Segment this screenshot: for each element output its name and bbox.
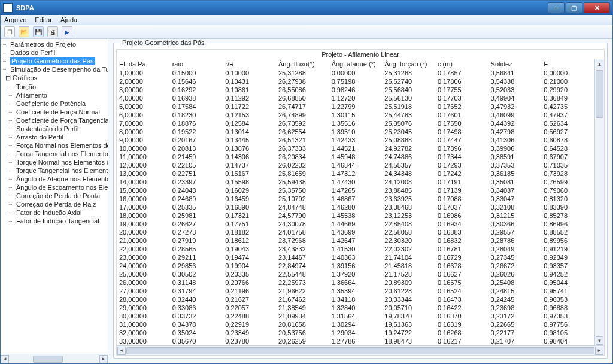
- tree-item[interactable]: Sustentação do Perfil: [1, 125, 108, 133]
- scroll-up-icon[interactable]: ▲: [596, 60, 603, 68]
- tree-item[interactable]: Afilamento: [1, 91, 108, 99]
- tree-item[interactable]: Força Normal nos Elementos de Pá: [1, 141, 108, 150]
- tree-item[interactable]: Correção de Perda de Raiz: [1, 200, 108, 208]
- table-cell: 0,15000: [170, 69, 223, 77]
- tree-item[interactable]: Dados do Perfil: [1, 48, 108, 57]
- table-cell: 0,31148: [170, 278, 223, 287]
- scroll-down-icon[interactable]: ▼: [596, 336, 603, 345]
- hscroll-thumb[interactable]: [126, 347, 594, 354]
- table-row: 11,000000,214590,1430626,208341,4594824,…: [117, 153, 594, 161]
- table-cell: 0,33047: [488, 195, 542, 203]
- scroll-left-icon[interactable]: ◄: [1, 355, 9, 363]
- tree-item[interactable]: Projeto Geométrico das Pás: [1, 57, 108, 65]
- vscroll-thumb[interactable]: [596, 70, 603, 118]
- table-cell: 20,05710: [382, 304, 435, 312]
- table-cell: 0,76599: [541, 178, 594, 186]
- table-cell: 0,98246: [329, 86, 383, 94]
- table-cell: 0,96353: [541, 295, 594, 304]
- tree-item[interactable]: Simulação de Desempenho da Turbina: [1, 65, 108, 74]
- table-cell: 20,33344: [382, 295, 435, 304]
- tree-item-label: Torque Normal nos Elementos de P: [16, 159, 108, 166]
- table-cell: 0,13445: [223, 136, 276, 144]
- groupbox-inner: Projeto - Afilamento Linear El. da Parai…: [116, 49, 605, 356]
- new-icon[interactable]: ☐: [4, 26, 15, 37]
- tree-item[interactable]: Coeficiente de Força Tangencial: [1, 116, 108, 125]
- table-cell: 0,10431: [223, 77, 276, 86]
- collapse-icon[interactable]: ⊟: [5, 74, 13, 81]
- window-title: SDPA: [16, 4, 547, 11]
- tree-item[interactable]: Coeficiente de Potência: [1, 99, 108, 108]
- tree-item-label: Fator de Indução Axial: [16, 209, 81, 216]
- tree-item[interactable]: Parâmetros do Projeto: [1, 40, 108, 48]
- table-cell: 26,27938: [276, 77, 329, 86]
- table-cell: 19,78370: [382, 312, 435, 320]
- table-cell: 0,18612: [223, 236, 276, 245]
- table-cell: 24,12008: [382, 178, 435, 186]
- table-cell: 24,92782: [382, 144, 435, 153]
- table-cell: 0,85278: [541, 211, 594, 220]
- table-cell: 0,94252: [541, 270, 594, 278]
- table-row: 17,000000,253350,1689024,847481,4628023,…: [117, 203, 594, 211]
- close-button[interactable]: ✕: [584, 2, 610, 13]
- table-row: 24,000000,298560,1990422,849741,3915621,…: [117, 262, 594, 270]
- table-cell: 19,00000: [117, 220, 170, 228]
- table-cell: 24,00000: [117, 262, 170, 270]
- table-cell: 0,88552: [541, 228, 594, 236]
- tree-item[interactable]: Arrasto do Perfil: [1, 133, 108, 141]
- tree-item[interactable]: Torção: [1, 83, 108, 91]
- print-icon[interactable]: 🖨: [47, 26, 58, 37]
- tree-item[interactable]: Fator de Indução Tangencial: [1, 217, 108, 225]
- scroll-right-icon[interactable]: ►: [99, 355, 108, 363]
- table-cell: 0,17584: [170, 102, 223, 111]
- menu-editar[interactable]: Editar: [35, 16, 52, 23]
- tree-item[interactable]: Torque Normal nos Elementos de P: [1, 158, 108, 166]
- menu-arquivo[interactable]: Arquivo: [4, 16, 26, 23]
- tree-item[interactable]: Coeficiente de Força Normal: [1, 108, 108, 116]
- tree-hscroll-thumb[interactable]: [33, 356, 63, 363]
- tree-hscroll[interactable]: ◄ ►: [1, 354, 108, 363]
- tree-item[interactable]: Torque Tangencial nos Elementos c: [1, 166, 108, 175]
- minimize-button[interactable]: ─: [548, 2, 565, 13]
- project-tree[interactable]: Parâmetros do ProjetoDados do PerfilProj…: [1, 39, 108, 354]
- geometry-groupbox: Projeto Geométrico das Pás Projeto - Afi…: [113, 43, 608, 359]
- table-cell: 25,10792: [276, 195, 329, 203]
- tree-item-label: Fator de Indução Tangencial: [16, 217, 99, 225]
- tree-item[interactable]: Ângulo de Ataque nos Elementos de: [1, 175, 108, 183]
- table-cell: 25,23045: [382, 128, 435, 136]
- maximize-button[interactable]: ▢: [566, 2, 582, 13]
- table-cell: 0,22919: [223, 320, 276, 329]
- table-vscroll[interactable]: ▲ ▼: [594, 59, 604, 345]
- table-cell: 0,36185: [488, 169, 542, 178]
- tree-item[interactable]: Força Tangencial nos Elementos d: [1, 150, 108, 158]
- table-cell: 25,59438: [276, 178, 329, 186]
- table-cell: 0,27919: [170, 236, 223, 245]
- titlebar[interactable]: SDPA ─ ▢ ✕: [1, 1, 612, 15]
- tree-item[interactable]: Ângulo de Escoamento nos Elemento: [1, 183, 108, 192]
- table-cell: 1,47265: [329, 186, 383, 195]
- run-icon[interactable]: ▶: [62, 26, 72, 37]
- table-cell: 0,21000: [541, 77, 594, 86]
- scroll-right-icon[interactable]: ►: [595, 347, 603, 355]
- table-cell: 0,35024: [170, 329, 223, 337]
- tree-item[interactable]: Fator de Indução Axial: [1, 208, 108, 217]
- tree-item-label: Coeficiente de Força Tangencial: [16, 117, 108, 124]
- table-cell: 26,68850: [276, 94, 329, 102]
- table-row: 31,000000,343780,2291920,816581,3029419,…: [117, 320, 594, 329]
- scroll-left-icon[interactable]: ◄: [117, 347, 126, 355]
- table-cell: 0,75198: [329, 77, 383, 86]
- tree-item[interactable]: Correção de Perda de Ponta: [1, 192, 108, 200]
- table-cell: 13,00000: [117, 169, 170, 178]
- open-icon[interactable]: 📂: [19, 26, 29, 37]
- tree-group-graficos[interactable]: ⊟ Gráficos: [1, 74, 108, 83]
- table-cell: 0,16217: [435, 337, 488, 345]
- save-icon[interactable]: 💾: [33, 26, 44, 37]
- tree-item-label: Coeficiente de Força Normal: [16, 108, 100, 116]
- table-row: 26,000000,311480,2076622,259731,3666420,…: [117, 278, 594, 287]
- window-buttons: ─ ▢ ✕: [547, 2, 610, 13]
- table-cell: 0,30366: [488, 220, 542, 228]
- table-cell: 1,45538: [329, 211, 383, 220]
- table-cell: 0,22665: [488, 320, 542, 329]
- table-hscroll[interactable]: ◄ ►: [117, 345, 604, 355]
- table-cell: 1,34118: [329, 295, 383, 304]
- menu-ajuda[interactable]: Ajuda: [60, 16, 77, 23]
